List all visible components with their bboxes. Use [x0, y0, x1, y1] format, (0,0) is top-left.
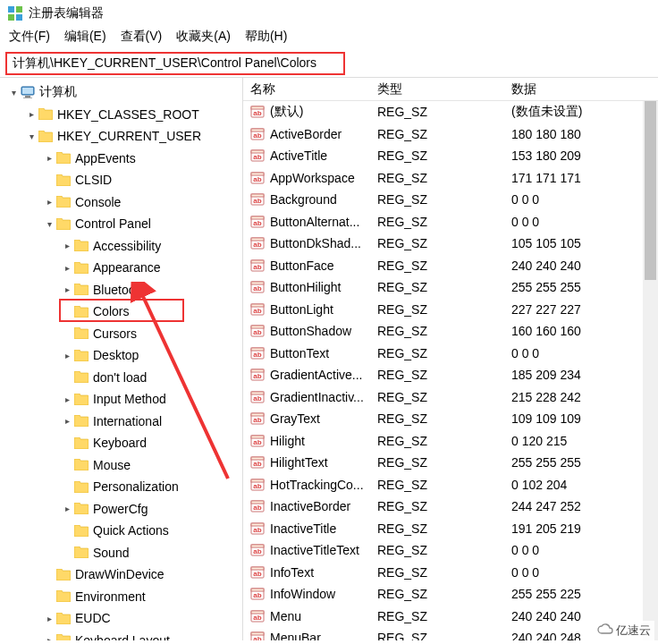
tree-item[interactable]: ▾HKEY_CURRENT_USER [0, 125, 242, 148]
tree-item[interactable]: ▸HKEY_CLASSES_ROOT [0, 104, 242, 126]
value-type: REG_SZ [377, 609, 511, 623]
menu-edit[interactable]: 编辑(E) [64, 29, 106, 45]
tree-item[interactable]: Colors [0, 301, 242, 323]
svg-rect-5 [22, 88, 33, 94]
list-row[interactable]: abAppWorkspaceREG_SZ171 171 171 [243, 167, 658, 190]
list-row[interactable]: abInfoWindowREG_SZ255 255 225 [243, 583, 658, 606]
chevron-right-icon[interactable]: ▸ [43, 614, 55, 623]
tree-item[interactable]: CLSID [0, 169, 242, 191]
tree-item[interactable]: Sound [0, 542, 242, 564]
list-row[interactable]: abButtonLightREG_SZ227 227 227 [243, 299, 658, 321]
tree-item[interactable]: ▸PowerCfg [0, 498, 242, 521]
menu-view[interactable]: 查看(V) [121, 29, 163, 45]
tree-item[interactable]: DrawWinDevice [0, 564, 242, 586]
list-row[interactable]: abButtonAlternat...REG_SZ0 0 0 [243, 211, 658, 233]
svg-rect-46 [251, 369, 264, 372]
string-value-icon: ab [249, 126, 266, 142]
folder-icon [73, 260, 89, 275]
tree-item-label: HKEY_CURRENT_USER [57, 129, 201, 143]
list-row[interactable]: ab(默认)REG_SZ(数值未设置) [243, 101, 658, 123]
tree-item[interactable]: ▸Appearance [0, 257, 242, 279]
list-row[interactable]: abHotTrackingCo...REG_SZ0 102 204 [243, 474, 658, 496]
value-type: REG_SZ [377, 499, 511, 513]
tree-item-label: Bluetooth [93, 283, 146, 297]
tree-item[interactable]: ▸International [0, 411, 242, 433]
chevron-right-icon[interactable]: ▸ [61, 284, 73, 294]
list-row[interactable]: abButtonTextREG_SZ0 0 0 [243, 343, 658, 365]
value-name: ButtonAlternat... [270, 215, 377, 229]
tree-item-label: DrawWinDevice [75, 567, 164, 581]
list-pane[interactable]: 名称 类型 数据 ab(默认)REG_SZ(数值未设置)abActiveBord… [243, 78, 658, 640]
list-row[interactable]: abButtonShadowREG_SZ160 160 160 [243, 320, 658, 343]
chevron-down-icon[interactable]: ▾ [7, 88, 20, 97]
tree-item[interactable]: ▾Control Panel [0, 213, 242, 235]
computer-icon [20, 85, 36, 99]
value-type: REG_SZ [377, 587, 511, 601]
tree-item[interactable]: ▸EUDC [0, 607, 242, 630]
scrollbar-thumb[interactable] [645, 101, 656, 280]
list-row[interactable]: abGradientInactiv...REG_SZ215 228 242 [243, 386, 658, 409]
list-row[interactable]: abHilightREG_SZ0 120 215 [243, 430, 658, 453]
tree-item[interactable]: ▸AppEvents [0, 148, 242, 170]
column-data[interactable]: 数据 [511, 81, 658, 97]
list-row[interactable]: abButtonDkShad...REG_SZ105 105 105 [243, 233, 658, 255]
tree-item[interactable]: ▸Bluetooth [0, 279, 242, 301]
tree-item[interactable]: ▸Console [0, 191, 242, 214]
tree-item[interactable]: ▸Input Method [0, 388, 242, 411]
list-row[interactable]: abActiveTitleREG_SZ153 180 209 [243, 145, 658, 167]
chevron-right-icon[interactable]: ▸ [43, 635, 55, 640]
folder-icon [73, 414, 89, 428]
column-type[interactable]: 类型 [377, 81, 511, 97]
svg-rect-1 [16, 6, 22, 13]
list-row[interactable]: abBackgroundREG_SZ0 0 0 [243, 189, 658, 211]
list-row[interactable]: abGrayTextREG_SZ109 109 109 [243, 408, 658, 430]
tree-item-label: Keyboard Layout [75, 633, 170, 640]
menu-file[interactable]: 文件(F) [9, 29, 50, 45]
tree-item[interactable]: don't load [0, 367, 242, 389]
chevron-right-icon[interactable]: ▸ [61, 241, 73, 250]
list-row[interactable]: abInfoTextREG_SZ0 0 0 [243, 562, 658, 584]
tree-item[interactable]: ▸Accessibility [0, 235, 242, 258]
tree-item[interactable]: Personalization [0, 476, 242, 498]
chevron-right-icon[interactable]: ▸ [61, 504, 73, 513]
chevron-right-icon[interactable]: ▸ [61, 263, 73, 273]
string-value-icon: ab [249, 170, 266, 186]
value-data: 171 171 171 [511, 171, 658, 185]
tree-item[interactable]: ▸Keyboard Layout [0, 630, 242, 641]
value-name: ButtonLight [270, 302, 377, 317]
list-row[interactable]: abInactiveBorderREG_SZ244 247 252 [243, 496, 658, 518]
chevron-right-icon[interactable]: ▸ [61, 351, 73, 360]
list-row[interactable]: abInactiveTitleTextREG_SZ0 0 0 [243, 539, 658, 562]
tree-item[interactable]: Quick Actions [0, 520, 242, 542]
folder-icon [73, 304, 89, 318]
list-row[interactable]: abHilightTextREG_SZ255 255 255 [243, 452, 658, 474]
tree-item-label: 计算机 [39, 84, 77, 100]
value-name: ButtonText [270, 346, 377, 360]
list-row[interactable]: abButtonFaceREG_SZ240 240 240 [243, 255, 658, 277]
tree-item-label: CLSID [75, 173, 112, 187]
chevron-down-icon[interactable]: ▾ [43, 219, 55, 229]
folder-icon [55, 216, 72, 231]
list-row[interactable]: abActiveBorderREG_SZ180 180 180 [243, 123, 658, 146]
tree-item[interactable]: Mouse [0, 454, 242, 477]
vertical-scrollbar[interactable] [643, 101, 658, 640]
list-row[interactable]: abInactiveTitleREG_SZ191 205 219 [243, 518, 658, 540]
menu-help[interactable]: 帮助(H) [245, 29, 287, 45]
tree-item[interactable]: ▾计算机 [0, 81, 242, 104]
tree-pane[interactable]: ▾计算机▸HKEY_CLASSES_ROOT▾HKEY_CURRENT_USER… [0, 78, 243, 640]
tree-item[interactable]: Keyboard [0, 432, 242, 454]
menu-favorites[interactable]: 收藏夹(A) [176, 29, 231, 45]
chevron-right-icon[interactable]: ▸ [43, 153, 55, 163]
tree-item[interactable]: ▸Desktop [0, 344, 242, 367]
list-row[interactable]: abGradientActive...REG_SZ185 209 234 [243, 364, 658, 386]
chevron-right-icon[interactable]: ▸ [61, 394, 73, 404]
column-name[interactable]: 名称 [243, 81, 377, 97]
chevron-right-icon[interactable]: ▸ [43, 197, 55, 207]
chevron-right-icon[interactable]: ▸ [25, 109, 38, 119]
list-row[interactable]: abButtonHilightREG_SZ255 255 255 [243, 276, 658, 299]
chevron-right-icon[interactable]: ▸ [61, 416, 73, 426]
tree-item[interactable]: Cursors [0, 323, 242, 345]
address-bar[interactable]: 计算机\HKEY_CURRENT_USER\Control Panel\Colo… [5, 52, 345, 75]
chevron-down-icon[interactable]: ▾ [25, 131, 38, 141]
tree-item[interactable]: Environment [0, 586, 242, 608]
